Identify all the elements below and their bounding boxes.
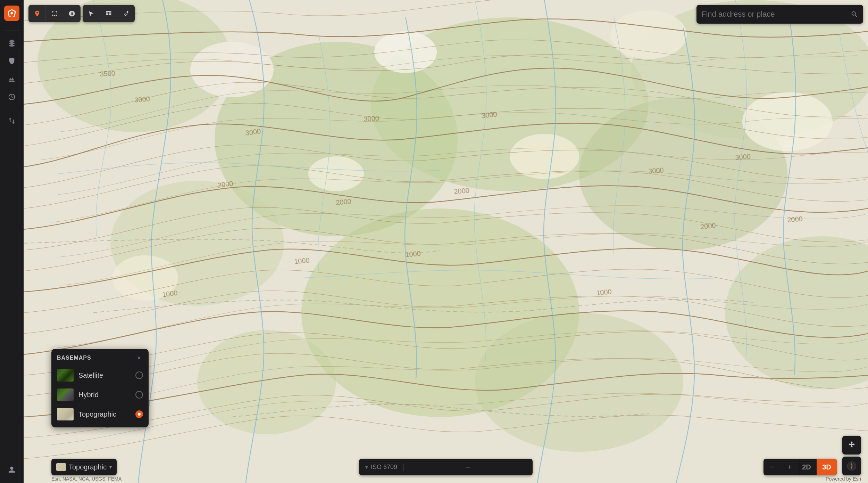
dropdown-arrow-icon: ▾ (365, 464, 368, 470)
attribution-right: Powered by Esri (826, 476, 861, 482)
svg-point-38 (851, 465, 853, 467)
svg-text:1000: 1000 (405, 249, 421, 259)
svg-text:3000: 3000 (735, 153, 751, 161)
basemap-item-hybrid[interactable]: Hybrid (51, 385, 149, 404)
iso-label: ISO 6709 (371, 464, 397, 471)
attribution-left: Esri, NASA, NGA, USGS, FEMA (51, 476, 122, 482)
analysis-icon (8, 75, 16, 83)
basemaps-panel: BASEMAPS × Satellite Hybrid Topographic (51, 349, 149, 427)
compass[interactable] (842, 457, 861, 475)
app-logo[interactable] (4, 6, 19, 21)
topo-map-svg: 3000 3000 3000 3000 3500 2000 2000 2000 … (24, 0, 868, 483)
toolbar-group-2 (83, 5, 135, 22)
basemap-label-topographic: Topographic (78, 410, 131, 418)
svg-text:2000: 2000 (454, 187, 470, 195)
basemaps-header: BASEMAPS × (51, 349, 149, 366)
app-container: 3000 3000 3000 3000 3500 2000 2000 2000 … (0, 0, 868, 483)
history-icon (8, 93, 16, 101)
basemap-selector-bar[interactable]: Topographic ▾ (51, 459, 117, 475)
basemap-chevron-icon: ▾ (109, 464, 112, 470)
transfer-icon (8, 117, 16, 125)
shield-icon (8, 57, 16, 65)
view-3d-button[interactable]: 3D (817, 459, 837, 475)
table-icon (105, 10, 112, 17)
sidebar-item-history[interactable] (4, 89, 19, 105)
zoom-out-button[interactable]: − (763, 459, 781, 475)
select-icon (88, 10, 95, 17)
expand-icon (51, 10, 58, 17)
svg-point-0 (11, 12, 13, 15)
svg-text:3000: 3000 (648, 166, 664, 175)
measure-icon (123, 10, 130, 17)
search-input[interactable] (701, 10, 851, 19)
basemap-thumb-hybrid (57, 388, 74, 401)
user-icon (8, 466, 16, 474)
coordinates-display: -- (404, 464, 533, 471)
iso-selector[interactable]: ▾ ISO 6709 (359, 464, 404, 471)
map-area[interactable]: 3000 3000 3000 3000 3500 2000 2000 2000 … (24, 0, 868, 483)
svg-text:2000: 2000 (787, 215, 803, 224)
sidebar-item-layers[interactable] (4, 35, 19, 50)
basemap-item-satellite[interactable]: Satellite (51, 366, 149, 385)
svg-point-10 (475, 313, 683, 452)
sidebar-item-analysis[interactable] (4, 71, 19, 87)
svg-point-17 (742, 92, 833, 151)
basemap-radio-hybrid[interactable] (135, 391, 143, 399)
basemap-current-label: Topographic (69, 463, 107, 471)
pan-tilt-button[interactable] (842, 436, 861, 455)
basemap-item-topographic[interactable]: Topographic (51, 404, 149, 424)
svg-text:2000: 2000 (335, 197, 351, 206)
svg-text:3000: 3000 (134, 95, 150, 104)
sidebar-divider-2 (5, 109, 19, 109)
svg-text:3000: 3000 (364, 114, 379, 123)
basemap-radio-satellite[interactable] (135, 371, 143, 379)
sidebar-item-transfer[interactable] (4, 113, 19, 129)
coordinates-bar: ▾ ISO 6709 -- (359, 459, 533, 475)
basemap-radio-topographic[interactable] (135, 410, 143, 418)
layers-icon (8, 39, 16, 47)
sketch-icon (68, 10, 75, 17)
sidebar-item-user[interactable] (4, 462, 19, 477)
svg-text:3500: 3500 (100, 69, 116, 78)
svg-point-12 (190, 42, 274, 97)
svg-text:1000: 1000 (294, 256, 310, 265)
toolbar (28, 5, 135, 22)
measure-button[interactable] (117, 5, 135, 22)
basemaps-title: BASEMAPS (57, 355, 91, 361)
sketch-button[interactable] (63, 5, 81, 22)
svg-point-9 (197, 330, 336, 434)
search-icon (851, 10, 858, 18)
svg-text:2000: 2000 (700, 221, 716, 231)
svg-text:1000: 1000 (596, 288, 612, 297)
svg-text:3000: 3000 (481, 110, 498, 120)
basemap-current-thumb (56, 463, 66, 471)
expand-button[interactable] (46, 5, 63, 22)
pan-icon (847, 441, 856, 450)
basemap-label-hybrid: Hybrid (78, 391, 131, 399)
basemap-thumb-topo (57, 408, 74, 420)
sidebar (0, 0, 24, 483)
locate-button[interactable] (28, 5, 46, 22)
search-bar[interactable] (696, 5, 863, 24)
basemap-label-satellite: Satellite (78, 371, 131, 379)
logo-icon (7, 8, 17, 18)
select-button[interactable] (83, 5, 100, 22)
view-2d-button[interactable]: 2D (796, 459, 817, 475)
sidebar-item-security[interactable] (4, 53, 19, 68)
sidebar-divider-1 (5, 31, 19, 31)
basemap-thumb-satellite (57, 369, 74, 382)
locate-icon (34, 10, 41, 17)
toolbar-group-1 (28, 5, 81, 22)
view-toggle: 2D 3D (796, 459, 837, 475)
zoom-in-button[interactable]: + (781, 459, 799, 475)
compass-icon (846, 461, 857, 471)
map-background: 3000 3000 3000 3000 3500 2000 2000 2000 … (24, 0, 868, 483)
zoom-controls: − + (763, 459, 799, 475)
table-button[interactable] (100, 5, 117, 22)
basemaps-close-button[interactable]: × (135, 354, 143, 362)
